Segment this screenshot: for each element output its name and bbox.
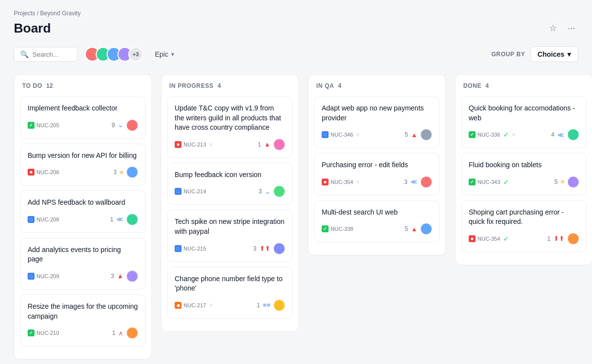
search-input[interactable] — [33, 51, 72, 58]
group-by-label: GROUP BY — [491, 51, 525, 58]
priority-high-icon: ▲ — [411, 131, 417, 139]
ticket-type-icon: ■ — [469, 235, 476, 242]
ticket-badge: ✓ NUC-210 — [28, 329, 59, 336]
ticket-type-icon: □ — [175, 245, 182, 252]
card-avatar — [567, 129, 579, 141]
column-done: DONE 4 Quick booking for accomodations -… — [455, 74, 592, 265]
star-button[interactable]: ☆ — [546, 20, 560, 36]
ticket-badge: □ NUC-346 — [322, 131, 353, 138]
col-title: DONE — [463, 82, 481, 89]
ticket-id: NUC-205 — [37, 122, 59, 128]
card-avatar — [567, 176, 579, 188]
chevron-down-icon: ▾ — [171, 51, 174, 58]
priority-down-icon: ⌄ — [265, 188, 270, 195]
search-icon: 🔍 — [20, 50, 29, 58]
priority-down-icon: ⌄ — [118, 121, 123, 129]
check-icon: ✓ — [503, 131, 509, 139]
card-avatar — [126, 214, 138, 225]
card[interactable]: Purchasing error - edit fields ■ NUC-354… — [314, 153, 440, 195]
priority-critical-icon: ⬆⬆ — [554, 235, 564, 242]
card-meta: □ NUC-215 3 ⬆⬆ — [175, 243, 285, 255]
card-title: Add analytics events to pricing page — [28, 245, 138, 264]
card[interactable]: Tech spike on new stripe integration wit… — [167, 210, 293, 261]
card[interactable]: Change phone number field type to 'phone… — [167, 267, 293, 319]
col-title: IN QA — [316, 82, 334, 89]
card-avatar — [273, 243, 285, 255]
card-avatar — [567, 233, 579, 245]
card-count: 4 — [551, 131, 555, 138]
card-meta: ■ NUC-213 ⑂ 1 ▲ — [175, 139, 285, 150]
card-meta: □ NUC-209 3 ▲ — [28, 270, 138, 282]
ticket-badge: ✓ NUC-338 — [322, 225, 353, 232]
card-meta: ■ NUC-354 ✓ 1 ⬆⬆ — [469, 233, 579, 245]
avatar-group: +3 — [85, 47, 143, 62]
card[interactable]: Bump feedback icon version □ NUC-214 3 ⌄ — [167, 163, 293, 205]
card[interactable]: Fluid booking on tablets ✓ NUC-343 ✓ 5 ≡ — [461, 153, 587, 195]
card[interactable]: Resize the images for the upcoming campa… — [20, 294, 146, 346]
ticket-id: NUC-346 — [331, 132, 353, 138]
card-title: Bump feedback icon version — [175, 170, 285, 180]
priority-down2-icon: ≪ — [557, 131, 564, 139]
col-count: 4 — [218, 82, 221, 89]
card-meta: ✓ NUC-205 9 ⌄ — [28, 119, 138, 131]
card-count: 5 — [405, 225, 408, 232]
card[interactable]: Multi-dest search UI web ✓ NUC-338 5 ▲ — [314, 200, 440, 243]
ticket-type-icon: ✓ — [469, 131, 476, 138]
ticket-type-icon: ■ — [175, 141, 182, 148]
col-count: 4 — [485, 82, 489, 89]
column-inqa: IN QA 4 Adapt web app no new payments pr… — [308, 74, 446, 255]
page-title: Board — [14, 21, 51, 36]
card[interactable]: Adapt web app no new payments provider □… — [314, 96, 440, 148]
card-avatar — [420, 129, 432, 141]
card[interactable]: Bump version for new API for billing ■ N… — [20, 144, 146, 186]
priority-stack-icon: ≡≡ — [263, 301, 270, 309]
card[interactable]: Shoping cart purchasing error - quick fi… — [461, 200, 587, 252]
check-icon: ✓ — [503, 235, 509, 243]
column-inprogress: IN PROGRESS 4 Update T&C copy with v1.9 … — [161, 74, 299, 332]
card-title: Fluid booking on tablets — [469, 160, 579, 170]
priority-med-icon: ≡ — [119, 169, 123, 176]
choices-label: Choices — [538, 50, 564, 58]
card-count: 1 — [258, 141, 261, 148]
branch-icon: ⑂ — [512, 132, 516, 138]
ticket-type-icon: ✓ — [469, 179, 476, 185]
card-count: 5 — [555, 179, 558, 185]
card-title: Change phone number field type to 'phone… — [175, 274, 285, 293]
card-avatar — [273, 185, 285, 197]
column-todo: TO DO 12 Implement feedback collector ✓ … — [14, 74, 152, 360]
card-meta: □ NUC-208 1 ≪ — [28, 214, 138, 225]
breadcrumb: Projects / Beyond Gravity — [14, 10, 578, 17]
ticket-badge: ◆ NUC-217 — [175, 302, 206, 309]
ticket-badge: ✓ NUC-343 — [469, 179, 500, 185]
col-title: IN PROGRESS — [169, 82, 214, 89]
priority-down2-icon: ≪ — [410, 178, 417, 185]
card-title: Shoping cart purchasing error - quick fi… — [469, 208, 579, 227]
card[interactable]: Add analytics events to pricing page □ N… — [20, 238, 146, 290]
ticket-badge: ■ NUC-354 — [322, 179, 353, 185]
ticket-id: NUC-336 — [478, 132, 500, 138]
col-count: 12 — [46, 82, 53, 89]
card-count: 1 — [112, 329, 115, 336]
card[interactable]: Quick booking for accomodations - web ✓ … — [461, 96, 587, 148]
card-meta: □ NUC-214 3 ⌄ — [175, 185, 285, 197]
card-meta: ✓ NUC-336 ✓ ⑂ 4 ≪ — [469, 129, 579, 141]
ticket-badge: ■ NUC-206 — [28, 169, 59, 176]
ticket-id: NUC-217 — [184, 302, 206, 308]
ticket-id: NUC-213 — [184, 142, 206, 147]
card-meta: ■ NUC-354 ⑂ 3 ≪ — [322, 176, 432, 188]
ticket-badge: ✓ NUC-336 — [469, 131, 500, 138]
card[interactable]: Add NPS feedback to wallboard □ NUC-208 … — [20, 190, 146, 233]
choices-button[interactable]: Choices ▾ — [530, 46, 578, 62]
card[interactable]: Implement feedback collector ✓ NUC-205 9… — [20, 96, 146, 139]
card[interactable]: Update T&C copy with v1.9 from the write… — [167, 96, 293, 158]
branch-icon: ⑂ — [209, 302, 213, 308]
card-title: Tech spike on new stripe integration wit… — [175, 217, 285, 236]
card-meta: ✓ NUC-210 1 ∧ — [28, 327, 138, 339]
priority-high-icon: ▲ — [117, 272, 123, 280]
epic-filter-label: Epic — [155, 50, 168, 58]
ticket-type-icon: ■ — [28, 169, 35, 176]
epic-filter-button[interactable]: Epic ▾ — [150, 47, 179, 61]
ticket-badge: □ NUC-215 — [175, 245, 206, 252]
board: TO DO 12 Implement feedback collector ✓ … — [14, 74, 578, 360]
more-button[interactable]: ··· — [565, 20, 578, 36]
